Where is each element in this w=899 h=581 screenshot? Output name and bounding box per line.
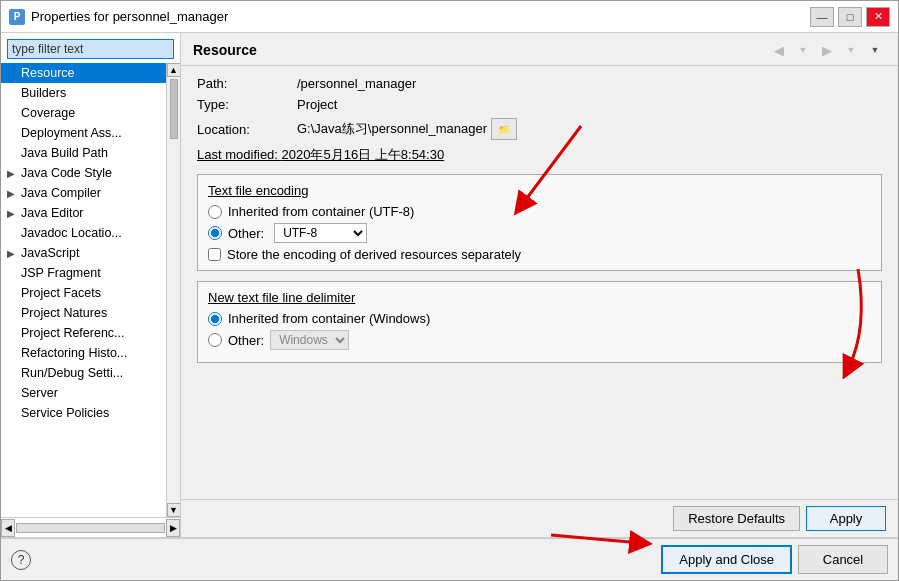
last-modified-row: Last modified: 2020年5月16日 上午8:54:30 — [197, 146, 882, 164]
location-row: Location: G:\Java练习\personnel_manager 📁 — [197, 118, 882, 140]
sidebar-item-java-build-path[interactable]: Java Build Path — [1, 143, 166, 163]
encoding-section: Text file encoding Inherited from contai… — [197, 174, 882, 271]
line-delimiter-inherited-row: Inherited from container (Windows) — [208, 311, 871, 326]
sidebar-scroll-area: ResourceBuildersCoverageDeployment Ass..… — [1, 63, 180, 517]
encoding-section-title: Text file encoding — [208, 183, 871, 198]
sidebar-item-service-policies[interactable]: Service Policies — [1, 403, 166, 423]
type-value: Project — [297, 97, 337, 112]
menu-dropdown-button[interactable]: ▼ — [864, 39, 886, 61]
content-area: ResourceBuildersCoverageDeployment Ass..… — [1, 33, 898, 537]
location-browse-button[interactable]: 📁 — [491, 118, 517, 140]
main-window: P Properties for personnel_manager — □ ✕… — [0, 0, 899, 581]
path-label: Path: — [197, 76, 297, 91]
path-row: Path: /personnel_manager — [197, 76, 882, 91]
sidebar-item-builders[interactable]: Builders — [1, 83, 166, 103]
window-title: Properties for personnel_manager — [31, 9, 228, 24]
maximize-button[interactable]: □ — [838, 7, 862, 27]
line-delimiter-other-label: Other: — [228, 333, 264, 348]
close-button[interactable]: ✕ — [866, 7, 890, 27]
type-row: Type: Project — [197, 97, 882, 112]
location-label: Location: — [197, 122, 297, 137]
scroll-up-btn[interactable]: ▲ — [167, 63, 181, 77]
encoding-inherited-radio[interactable] — [208, 205, 222, 219]
line-delimiter-title-text: New text file line delimiter — [208, 290, 355, 305]
sidebar-hscroll[interactable] — [16, 523, 165, 533]
title-bar: P Properties for personnel_manager — □ ✕ — [1, 1, 898, 33]
sidebar-item-javadoc-location[interactable]: Javadoc Locatio... — [1, 223, 166, 243]
expand-arrow-java-compiler: ▶ — [7, 188, 21, 199]
encoding-other-label: Other: — [228, 226, 264, 241]
title-bar-left: P Properties for personnel_manager — [9, 9, 228, 25]
cancel-button[interactable]: Cancel — [798, 545, 888, 574]
sidebar-item-java-editor[interactable]: ▶ Java Editor — [1, 203, 166, 223]
last-modified-value: 2020年5月16日 上午8:54:30 — [282, 147, 445, 162]
main-header: Resource ◀ ▼ ▶ ▼ ▼ — [181, 33, 898, 66]
encoding-other-row: Other: UTF-8 UTF-16 ISO-8859-1 US-ASCII — [208, 223, 871, 243]
apply-button[interactable]: Apply — [806, 506, 886, 531]
line-delimiter-select[interactable]: Windows Unix Mac — [270, 330, 349, 350]
encoding-other-radio[interactable] — [208, 226, 222, 240]
nav-buttons: ◀ ▼ ▶ ▼ ▼ — [768, 39, 886, 61]
apply-close-button[interactable]: Apply and Close — [661, 545, 792, 574]
sidebar-right-btn[interactable]: ▶ — [166, 519, 180, 537]
store-encoding-row: Store the encoding of derived resources … — [208, 247, 871, 262]
sidebar: ResourceBuildersCoverageDeployment Ass..… — [1, 33, 181, 537]
restore-defaults-button[interactable]: Restore Defaults — [673, 506, 800, 531]
main-panel: Resource ◀ ▼ ▶ ▼ ▼ Path: /personnel_mana… — [181, 33, 898, 537]
main-content: Path: /personnel_manager Type: Project L… — [181, 66, 898, 499]
sidebar-nav-row: ◀ ▶ — [1, 517, 180, 537]
encoding-title-text: Text file encoding — [208, 183, 308, 198]
filter-input[interactable] — [7, 39, 174, 59]
line-delimiter-section: New text file line delimiter Inherited f… — [197, 281, 882, 363]
minimize-button[interactable]: — — [810, 7, 834, 27]
sidebar-left-btn[interactable]: ◀ — [1, 519, 15, 537]
main-footer: Restore Defaults Apply — [181, 499, 898, 537]
sidebar-item-java-compiler[interactable]: ▶ Java Compiler — [1, 183, 166, 203]
sidebar-item-jsp-fragment[interactable]: JSP Fragment — [1, 263, 166, 283]
expand-arrow-java-code-style: ▶ — [7, 168, 21, 179]
expand-arrow-javascript: ▶ — [7, 248, 21, 259]
sidebar-item-coverage[interactable]: Coverage — [1, 103, 166, 123]
line-delimiter-other-row: Other: Windows Unix Mac — [208, 330, 871, 350]
sidebar-item-resource[interactable]: Resource — [1, 63, 166, 83]
title-controls: — □ ✕ — [810, 7, 890, 27]
location-value: G:\Java练习\personnel_manager — [297, 120, 487, 138]
sidebar-item-refactoring-history[interactable]: Refactoring Histo... — [1, 343, 166, 363]
back-button[interactable]: ◀ — [768, 39, 790, 61]
store-encoding-label: Store the encoding of derived resources … — [227, 247, 521, 262]
path-value: /personnel_manager — [297, 76, 416, 91]
sidebar-item-deployment-ass[interactable]: Deployment Ass... — [1, 123, 166, 143]
panel-title: Resource — [193, 42, 257, 58]
apply-close-area: Apply and Close Cancel — [661, 545, 888, 574]
sidebar-item-java-code-style[interactable]: ▶ Java Code Style — [1, 163, 166, 183]
type-label: Type: — [197, 97, 297, 112]
sidebar-item-run-debug-settings[interactable]: Run/Debug Setti... — [1, 363, 166, 383]
sidebar-item-javascript[interactable]: ▶ JavaScript — [1, 243, 166, 263]
sidebar-item-server[interactable]: Server — [1, 383, 166, 403]
line-delimiter-title: New text file line delimiter — [208, 290, 871, 305]
sidebar-list: ResourceBuildersCoverageDeployment Ass..… — [1, 63, 166, 517]
dialog-footer: ? Apply and Close Cancel — [1, 537, 898, 580]
line-delimiter-inherited-radio[interactable] — [208, 312, 222, 326]
encoding-inherited-row: Inherited from container (UTF-8) — [208, 204, 871, 219]
encoding-select[interactable]: UTF-8 UTF-16 ISO-8859-1 US-ASCII — [274, 223, 367, 243]
browse-icon: 📁 — [498, 124, 510, 135]
sidebar-scrollbar[interactable]: ▲ ▼ — [166, 63, 180, 517]
expand-arrow-java-editor: ▶ — [7, 208, 21, 219]
last-modified-label: Last modified: — [197, 147, 282, 162]
forward-button[interactable]: ▶ — [816, 39, 838, 61]
line-delimiter-inherited-label: Inherited from container (Windows) — [228, 311, 430, 326]
store-encoding-checkbox[interactable] — [208, 248, 221, 261]
window-icon: P — [9, 9, 25, 25]
dialog-footer-buttons: Apply and Close Cancel — [661, 545, 888, 574]
help-button[interactable]: ? — [11, 550, 31, 570]
sidebar-item-project-reference[interactable]: Project Referenc... — [1, 323, 166, 343]
line-delimiter-other-radio[interactable] — [208, 333, 222, 347]
encoding-inherited-label: Inherited from container (UTF-8) — [228, 204, 414, 219]
scroll-down-btn[interactable]: ▼ — [167, 503, 181, 517]
scroll-thumb[interactable] — [170, 79, 178, 139]
sidebar-item-project-natures[interactable]: Project Natures — [1, 303, 166, 323]
forward-dropdown-button[interactable]: ▼ — [840, 39, 862, 61]
sidebar-item-project-facets[interactable]: Project Facets — [1, 283, 166, 303]
back-dropdown-button[interactable]: ▼ — [792, 39, 814, 61]
